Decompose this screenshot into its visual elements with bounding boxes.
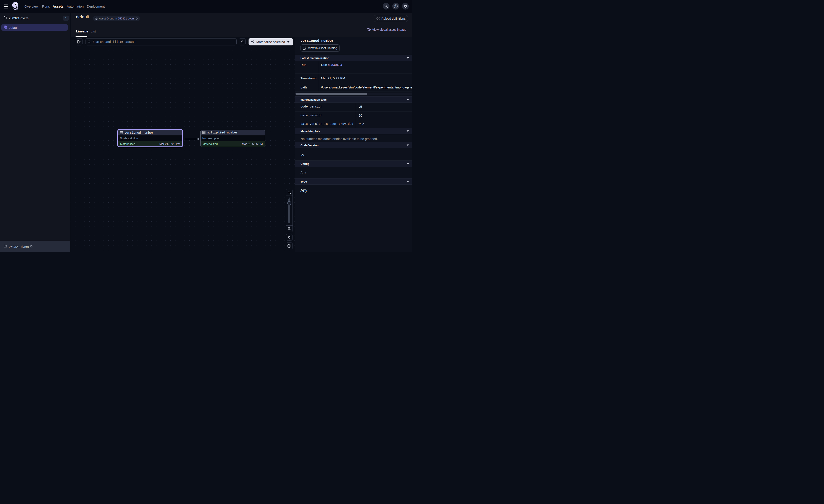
- svg-text:?: ?: [395, 5, 396, 7]
